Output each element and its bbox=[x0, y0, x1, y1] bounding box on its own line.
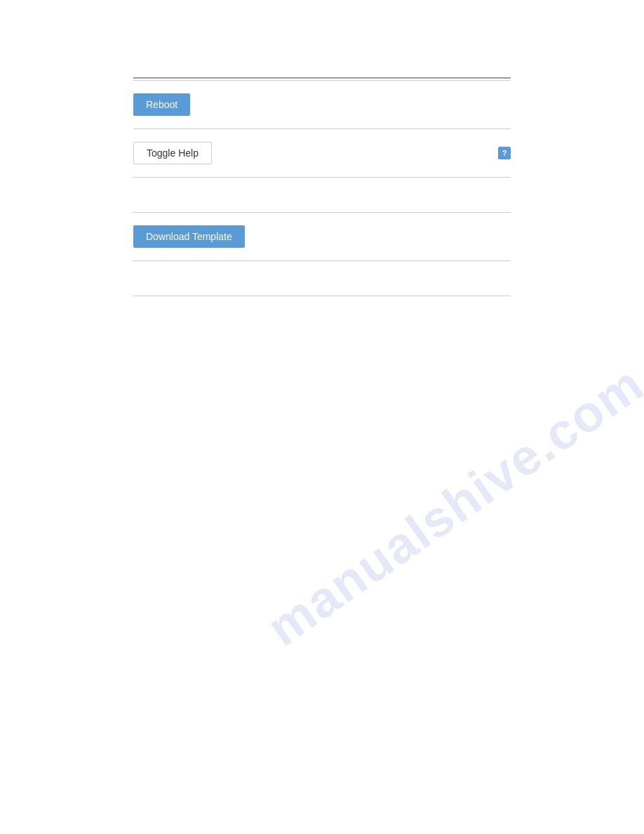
spacer-section bbox=[133, 178, 511, 213]
download-template-section: Download Template bbox=[133, 213, 511, 261]
download-template-button[interactable]: Download Template bbox=[133, 225, 245, 248]
watermark: manualshive.com bbox=[257, 355, 644, 657]
bottom-spacer-section bbox=[133, 261, 511, 296]
top-divider-thick bbox=[133, 77, 511, 79]
help-icon[interactable]: ? bbox=[498, 147, 511, 159]
reboot-section: Reboot bbox=[133, 81, 511, 129]
reboot-button[interactable]: Reboot bbox=[133, 93, 190, 116]
toggle-help-button[interactable]: Toggle Help bbox=[133, 142, 212, 164]
toggle-help-section: Toggle Help ? bbox=[133, 129, 511, 178]
